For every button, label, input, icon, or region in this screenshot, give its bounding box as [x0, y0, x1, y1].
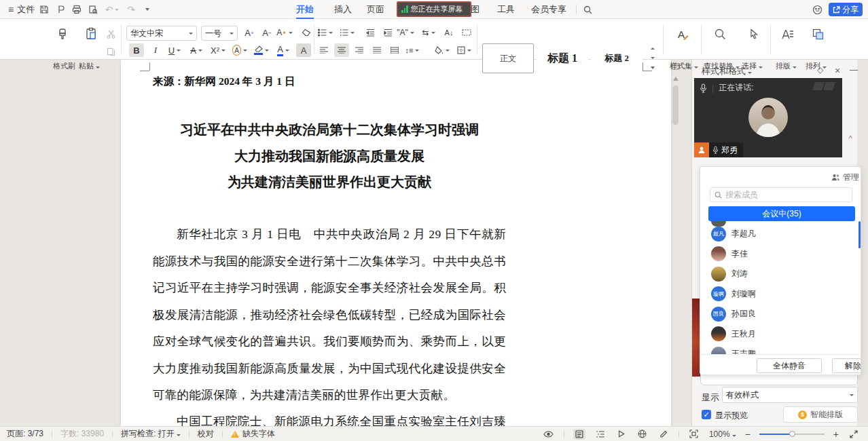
scroll-up-icon[interactable]: [672, 76, 679, 81]
tab-insert[interactable]: 插入: [334, 0, 352, 19]
document-scrollbar[interactable]: [671, 60, 681, 426]
format-painter-icon[interactable]: [54, 26, 71, 42]
font-size-select[interactable]: 一号: [201, 26, 238, 41]
char-swap-icon[interactable]: ⇆: [421, 26, 436, 39]
show-preview-checkbox[interactable]: ✓: [702, 410, 711, 419]
style-heading1[interactable]: 标题 1: [537, 43, 588, 73]
line-spacing-icon[interactable]: ↕≡: [405, 43, 420, 57]
sort-icon[interactable]: A↓: [441, 26, 456, 39]
copy-icon[interactable]: [103, 45, 118, 58]
tab-page[interactable]: 页面: [367, 0, 384, 19]
clear-format-icon[interactable]: [299, 26, 314, 39]
paste-label[interactable]: 粘贴: [79, 61, 100, 71]
justify-icon[interactable]: [369, 43, 384, 57]
select-tool-icon[interactable]: [746, 26, 762, 42]
print-preview-icon[interactable]: [87, 3, 99, 16]
participant-row[interactable]: 超凡 李超凡: [700, 224, 861, 244]
zoom-in-button[interactable]: +: [833, 429, 839, 440]
participant-row[interactable]: 璇啊 刘璇啊: [700, 284, 861, 305]
style-normal[interactable]: 正文: [482, 43, 534, 73]
participant-row[interactable]: 李佳: [700, 244, 861, 265]
scrollbar-thumb[interactable]: [672, 85, 679, 125]
save-icon[interactable]: [38, 3, 50, 16]
align-center-icon[interactable]: [334, 43, 349, 57]
meeting-video-overlay[interactable]: | 正在讲话: 郑勇: [694, 78, 842, 157]
page-view-icon[interactable]: [573, 429, 585, 440]
format-painter-label[interactable]: 格式刷: [53, 61, 75, 71]
zoom-slider-knob[interactable]: [789, 431, 795, 437]
tab-tools[interactable]: 工具: [497, 0, 515, 19]
spellcheck-status[interactable]: 拼写检查: 打开: [121, 428, 181, 440]
print-icon[interactable]: [71, 3, 83, 16]
bold-button[interactable]: B: [129, 43, 144, 57]
participant-row[interactable]: 国良 孙国良: [700, 304, 861, 324]
fit-page-icon[interactable]: [688, 429, 700, 440]
style-set-icon[interactable]: A: [675, 26, 691, 42]
member-search-box[interactable]: [710, 187, 852, 202]
panel-minimize-icon[interactable]: —: [850, 65, 858, 75]
participant-row[interactable]: 刘涛: [700, 264, 861, 284]
select-tool-label[interactable]: 选择: [742, 61, 763, 71]
export-pdf-icon[interactable]: [54, 3, 67, 16]
screen-sharing-badge[interactable]: 您正在共享屏幕: [397, 1, 471, 17]
find-replace-icon[interactable]: [712, 26, 728, 42]
undo-icon[interactable]: ↶: [106, 3, 118, 16]
panel-close-icon[interactable]: ×: [835, 65, 840, 76]
fullscreen-icon[interactable]: [848, 429, 860, 440]
proofread-button[interactable]: 校对: [198, 428, 214, 440]
borders-icon[interactable]: [456, 43, 471, 57]
edit-mode-icon[interactable]: [657, 429, 670, 440]
underline-button[interactable]: U: [167, 43, 182, 57]
share-button[interactable]: 分享: [829, 3, 863, 16]
font-name-select[interactable]: 华文中宋: [126, 26, 197, 41]
show-style-select[interactable]: 有效样式: [722, 387, 858, 403]
align-right-icon[interactable]: [352, 43, 367, 57]
unmute-all-button[interactable]: 解除全体静音: [832, 358, 861, 373]
web-view-icon[interactable]: [636, 429, 649, 440]
highlight-color-button[interactable]: [254, 43, 269, 57]
align-left-icon[interactable]: [317, 43, 331, 57]
word-count[interactable]: 字数: 33980: [60, 428, 104, 440]
member-search-input[interactable]: [725, 190, 834, 199]
find-replace-label[interactable]: 查找替换: [704, 61, 740, 71]
participant-row[interactable]: 王秋月: [700, 324, 861, 345]
italic-button[interactable]: I: [148, 43, 163, 57]
tab-member[interactable]: 会员专享: [531, 0, 566, 19]
missing-font-warning[interactable]: ! 缺失字体: [231, 428, 275, 440]
search-icon[interactable]: [581, 3, 594, 16]
numbering-icon[interactable]: [340, 26, 355, 39]
redo-icon[interactable]: ↷: [125, 3, 137, 16]
style-heading2[interactable]: 标题 2: [591, 43, 643, 73]
smart-layout-button[interactable]: $ 智能排版: [783, 406, 858, 423]
style-set-label[interactable]: 样式集: [670, 61, 698, 71]
text-direction-icon[interactable]: "A": [398, 26, 413, 39]
paste-icon[interactable]: [83, 26, 99, 42]
eye-protect-icon[interactable]: [543, 429, 555, 440]
file-menu[interactable]: ≡ 文件: [8, 0, 35, 19]
manage-members-button[interactable]: 管理: [831, 172, 859, 183]
text-effects-icon[interactable]: A✦: [277, 26, 292, 39]
in-meeting-count-bar[interactable]: 会议中(35): [708, 206, 855, 221]
superscript-button[interactable]: X²: [211, 43, 225, 57]
outline-view-icon[interactable]: [594, 429, 607, 440]
zoom-value[interactable]: 100%: [709, 429, 736, 439]
distribute-icon[interactable]: [387, 43, 402, 57]
font-color-button[interactable]: A: [276, 43, 291, 57]
list-scrollbar-hint[interactable]: [858, 221, 861, 248]
typeset-icon[interactable]: [780, 26, 796, 42]
typeset-label[interactable]: 排版: [776, 61, 797, 71]
char-shading-button[interactable]: A: [296, 43, 311, 57]
show-marks-icon[interactable]: [459, 26, 474, 39]
help-icon[interactable]: [811, 3, 823, 16]
cut-icon[interactable]: [103, 27, 118, 41]
tab-home[interactable]: 开始: [296, 0, 314, 19]
shrink-font-icon[interactable]: A−: [259, 26, 274, 39]
enclosed-char-button[interactable]: A: [232, 43, 247, 57]
arrange-icon[interactable]: [810, 26, 826, 42]
shading-icon[interactable]: [435, 43, 450, 57]
collapse-icon[interactable]: ^: [843, 134, 858, 142]
page-indicator[interactable]: 页面: 3/73: [7, 428, 43, 440]
decrease-indent-icon[interactable]: [363, 26, 378, 39]
play-slideshow-icon[interactable]: [615, 429, 628, 440]
increase-indent-icon[interactable]: [380, 26, 395, 39]
